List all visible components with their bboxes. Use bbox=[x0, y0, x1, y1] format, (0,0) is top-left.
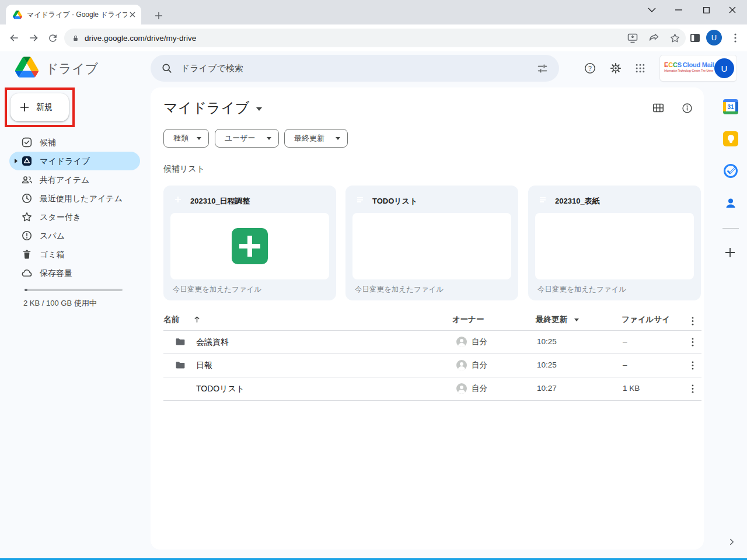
back-button[interactable] bbox=[7, 31, 21, 45]
eccs-subtitle: Information Technology Center, The Unive… bbox=[664, 69, 713, 72]
sidebar-item-recent[interactable]: 最近使用したアイテム bbox=[0, 189, 145, 208]
modified-time: 10:25 bbox=[537, 354, 557, 377]
sidebar-item-starred[interactable]: スター付き bbox=[0, 208, 145, 226]
side-panel-icon[interactable] bbox=[689, 32, 701, 44]
search-icon[interactable] bbox=[161, 62, 173, 74]
star-icon bbox=[21, 211, 33, 223]
eccs-suffix: Cloud Mail bbox=[683, 61, 714, 68]
row-menu-icon[interactable] bbox=[686, 358, 700, 372]
bookmark-star-icon[interactable] bbox=[668, 32, 681, 44]
chip-label: 最終更新 bbox=[294, 133, 324, 144]
file-size: 1 KB bbox=[623, 377, 640, 400]
column-header-modified[interactable]: 最終更新 bbox=[536, 309, 567, 330]
help-icon[interactable]: ? bbox=[583, 61, 597, 75]
contacts-icon[interactable] bbox=[723, 195, 739, 211]
sidebar-item-storage[interactable]: 保存容量 bbox=[0, 264, 145, 282]
browser-avatar[interactable]: U bbox=[706, 30, 722, 46]
filter-chip-type[interactable]: 種類 bbox=[163, 129, 209, 148]
settings-gear-icon[interactable] bbox=[609, 61, 623, 75]
table-row[interactable]: 日報 自分 10:25 – bbox=[151, 354, 704, 377]
search-filter-icon[interactable] bbox=[536, 62, 549, 75]
clock-icon bbox=[21, 192, 33, 204]
apps-grid-icon[interactable] bbox=[633, 61, 647, 75]
column-header-name[interactable]: 名前 bbox=[163, 309, 179, 330]
filter-chip-user[interactable]: ユーザー bbox=[215, 129, 279, 148]
owner-label: 自分 bbox=[472, 354, 487, 377]
keep-icon[interactable] bbox=[723, 131, 739, 147]
browser-tab[interactable]: マイドライブ - Google ドライブ bbox=[6, 5, 141, 24]
expand-arrow-icon[interactable] bbox=[15, 159, 18, 163]
chevron-down-icon bbox=[197, 137, 201, 140]
browser-menu-icon[interactable] bbox=[729, 31, 741, 45]
card-reason: 今日変更を加えたファイル bbox=[537, 285, 626, 295]
chevron-down-icon[interactable] bbox=[256, 107, 262, 111]
check-square-icon bbox=[21, 136, 33, 148]
new-button[interactable]: 新規 bbox=[11, 93, 69, 121]
table-row[interactable]: TODOリスト 自分 10:27 1 KB bbox=[151, 377, 704, 400]
row-menu-icon[interactable] bbox=[686, 335, 700, 349]
window-minimize-button[interactable] bbox=[669, 1, 689, 19]
drive-logo[interactable] bbox=[15, 57, 39, 78]
show-side-panel-chevron-icon[interactable] bbox=[727, 537, 738, 548]
share-icon[interactable] bbox=[647, 32, 660, 44]
suggestion-card[interactable]: TODOリスト 今日変更を加えたファイル bbox=[345, 186, 518, 300]
eccs-letter: S bbox=[678, 61, 682, 68]
page-title[interactable]: マイドライブ bbox=[163, 99, 262, 117]
drive-favicon-icon bbox=[13, 10, 22, 19]
account-badge[interactable]: ECCSCloud Mail Information Technology Ce… bbox=[660, 55, 736, 81]
reload-button[interactable] bbox=[46, 31, 60, 45]
add-app-plus-icon[interactable] bbox=[723, 246, 739, 261]
table-row[interactable]: 会議資料 自分 10:25 – bbox=[151, 330, 704, 354]
search-input[interactable]: ドライブで検索 bbox=[181, 63, 536, 74]
storage-usage-label: 2 KB / 100 GB 使用中 bbox=[23, 298, 97, 309]
sort-descending-icon[interactable] bbox=[574, 318, 579, 321]
lock-icon bbox=[72, 34, 79, 43]
owner-avatar-icon bbox=[456, 337, 467, 347]
calendar-icon[interactable]: 31 bbox=[723, 99, 739, 115]
column-header-owner[interactable]: オーナー bbox=[452, 309, 484, 330]
forward-button[interactable] bbox=[27, 31, 41, 45]
install-icon[interactable] bbox=[626, 32, 639, 44]
tasks-icon[interactable] bbox=[723, 163, 739, 179]
file-name[interactable]: 会議資料 bbox=[196, 330, 229, 354]
grid-view-icon[interactable] bbox=[651, 101, 665, 115]
row-menu-icon[interactable] bbox=[686, 382, 700, 396]
modified-time: 10:25 bbox=[537, 330, 557, 354]
file-size: – bbox=[623, 354, 627, 377]
url-text[interactable]: drive.google.com/drive/my-drive bbox=[85, 34, 626, 43]
account-avatar[interactable]: U bbox=[714, 58, 734, 78]
new-tab-button[interactable] bbox=[151, 8, 167, 24]
file-name[interactable]: TODOリスト bbox=[196, 377, 245, 400]
table-options-icon[interactable] bbox=[686, 314, 700, 328]
owner-avatar-icon bbox=[456, 360, 467, 370]
sidebar-item-trash[interactable]: ゴミ箱 bbox=[0, 245, 145, 264]
storage-progress-fill bbox=[25, 289, 27, 291]
sidebar-item-spam[interactable]: スパム bbox=[0, 226, 145, 245]
people-icon bbox=[21, 174, 33, 186]
sidebar-item-label: スパム bbox=[40, 226, 65, 245]
suggestion-card[interactable]: 202310_表紙 今日変更を加えたファイル bbox=[528, 186, 701, 300]
folder-icon bbox=[175, 337, 186, 347]
trash-icon bbox=[21, 249, 33, 260]
sort-ascending-icon[interactable] bbox=[193, 315, 201, 324]
sidebar-item-suggestions[interactable]: 候補 bbox=[0, 133, 145, 152]
window-maximize-button[interactable] bbox=[696, 1, 716, 19]
card-file-name: 202310_表紙 bbox=[555, 196, 600, 206]
sidebar-item-label: ゴミ箱 bbox=[40, 245, 65, 264]
chip-label: 種類 bbox=[173, 133, 189, 144]
new-button-label: 新規 bbox=[36, 102, 53, 113]
sidebar-item-my-drive[interactable]: マイドライブ bbox=[0, 152, 145, 170]
file-name[interactable]: 日報 bbox=[196, 354, 212, 377]
tab-search-chevron-icon[interactable] bbox=[642, 1, 662, 19]
search-bar[interactable]: ドライブで検索 bbox=[151, 55, 559, 82]
address-bar[interactable]: drive.google.com/drive/my-drive bbox=[64, 29, 686, 47]
browser-toolbar: drive.google.com/drive/my-drive U bbox=[0, 24, 747, 51]
suggestion-card[interactable]: 202310_日程調整 今日変更を加えたファイル bbox=[163, 186, 336, 300]
tab-close-icon[interactable] bbox=[127, 9, 138, 20]
chevron-down-icon bbox=[336, 137, 340, 140]
filter-chip-modified[interactable]: 最終更新 bbox=[284, 129, 348, 148]
info-icon[interactable] bbox=[680, 101, 694, 115]
column-header-size[interactable]: ファイルサイ bbox=[622, 309, 670, 330]
window-close-button[interactable] bbox=[722, 1, 742, 19]
sidebar-item-shared[interactable]: 共有アイテム bbox=[0, 170, 145, 189]
